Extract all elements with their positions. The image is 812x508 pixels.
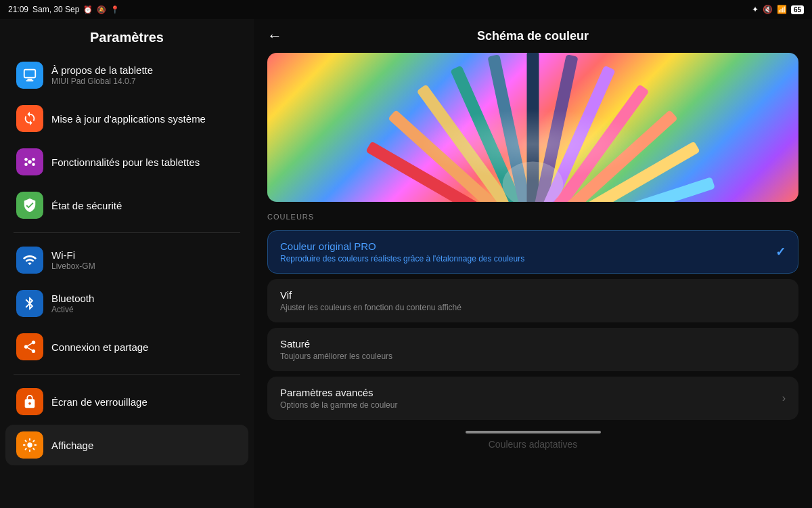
update-text: Mise à jour d'applications système [51, 113, 206, 125]
status-right: ✦ 🔇 📶 65 [752, 5, 804, 14]
svg-point-7 [32, 163, 35, 166]
wifi-text: Wi-Fi Livebox-GM [51, 249, 95, 271]
share-text: Connexion et partage [51, 341, 148, 353]
vif-desc: Ajuster les couleurs en fonction du cont… [280, 303, 461, 312]
original-pro-name: Couleur original PRO [280, 240, 524, 252]
svg-point-5 [32, 158, 35, 161]
about-icon [16, 62, 43, 89]
status-left: 21:09 Sam, 30 Sep ⏰ 🔕 📍 [8, 5, 120, 14]
features-text: Fonctionnalités pour les tablettes [51, 156, 200, 168]
vif-text: Vif Ajuster les couleurs en fonction du … [280, 289, 461, 312]
svg-point-3 [28, 160, 32, 164]
color-option-advanced[interactable]: Paramètres avancés Options de la gamme d… [267, 377, 798, 420]
advanced-text: Paramètres avancés Options de la gamme d… [280, 387, 397, 410]
update-icon [16, 105, 43, 132]
display-label: Affichage [51, 440, 93, 451]
svg-rect-0 [24, 70, 36, 78]
svg-point-4 [24, 158, 28, 161]
panel-header: ← Schéma de couleur [254, 19, 812, 53]
bluetooth-icon [16, 290, 43, 317]
notification-icon: 🔕 [97, 5, 106, 14]
security-label: État de sécurité [51, 200, 122, 211]
sature-desc: Toujours améliorer les couleurs [280, 352, 392, 361]
wifi-label: Wi-Fi [51, 249, 95, 261]
update-label: Mise à jour d'applications système [51, 113, 206, 125]
colors-section-label: COULEURS [254, 213, 812, 228]
battery-level: 65 [791, 5, 804, 14]
bluetooth-text: Bluetooth Activé [51, 293, 94, 314]
sature-text: Saturé Toujours améliorer les couleurs [280, 338, 392, 361]
vif-name: Vif [280, 289, 461, 301]
sidebar-item-update[interactable]: Mise à jour d'applications système [5, 98, 248, 139]
sidebar-item-share[interactable]: Connexion et partage [5, 326, 248, 367]
wifi-sub: Livebox-GM [51, 261, 95, 271]
back-button[interactable]: ← [267, 27, 282, 45]
lock-text: Écran de verrouillage [51, 396, 148, 408]
color-image [267, 53, 798, 202]
divider-2 [14, 374, 240, 375]
status-date: Sam, 30 Sep [32, 5, 79, 14]
svg-point-8 [27, 442, 32, 447]
about-label: À propos de la tablette [51, 64, 153, 76]
original-pro-text: Couleur original PRO Reproduire des coul… [280, 240, 524, 263]
security-text: État de sécurité [51, 200, 122, 211]
check-icon: ✓ [775, 245, 786, 259]
sidebar-item-security[interactable]: État de sécurité [5, 185, 248, 226]
lock-icon [16, 388, 43, 415]
wifi-icon: 📶 [777, 5, 787, 14]
divider-1 [14, 232, 240, 233]
panel-title: Schéma de couleur [477, 29, 589, 43]
sidebar-title: Paramètres [0, 19, 254, 54]
main-content: Paramètres À propos de la tablette MIUI … [0, 19, 812, 508]
sature-name: Saturé [280, 338, 392, 350]
pencils-svg [267, 53, 798, 202]
color-option-vif[interactable]: Vif Ajuster les couleurs en fonction du … [267, 279, 798, 322]
color-option-sature[interactable]: Saturé Toujours améliorer les couleurs [267, 328, 798, 371]
sidebar-item-wifi[interactable]: Wi-Fi Livebox-GM [5, 240, 248, 280]
features-icon [16, 148, 43, 175]
display-text: Affichage [51, 440, 93, 451]
right-panel: ← Schéma de couleur [254, 19, 812, 508]
advanced-name: Paramètres avancés [280, 387, 397, 398]
sidebar: Paramètres À propos de la tablette MIUI … [0, 19, 254, 508]
status-bar: 21:09 Sam, 30 Sep ⏰ 🔕 📍 ✦ 🔇 📶 65 [0, 0, 812, 19]
share-icon [16, 333, 43, 360]
sidebar-item-display[interactable]: Affichage [5, 425, 248, 465]
bottom-hint: Couleurs adaptatives [254, 433, 812, 455]
wifi-settings-icon [16, 247, 43, 274]
about-text: À propos de la tablette MIUI Pad Global … [51, 64, 153, 86]
lock-label: Écran de verrouillage [51, 396, 148, 408]
chevron-right-icon: › [782, 392, 786, 404]
display-icon [16, 431, 43, 459]
bluetooth-status-icon: ✦ [752, 5, 759, 14]
svg-rect-1 [27, 79, 32, 81]
color-option-original-pro[interactable]: Couleur original PRO Reproduire des coul… [267, 230, 798, 274]
bluetooth-label: Bluetooth [51, 293, 94, 304]
sidebar-item-about[interactable]: À propos de la tablette MIUI Pad Global … [5, 55, 248, 96]
sidebar-item-lock[interactable]: Écran de verrouillage [5, 381, 248, 422]
status-time: 21:09 [8, 5, 28, 14]
features-label: Fonctionnalités pour les tablettes [51, 156, 200, 168]
alarm-icon: ⏰ [83, 5, 93, 14]
svg-rect-2 [26, 80, 34, 81]
bluetooth-sub: Activé [51, 305, 94, 314]
sidebar-item-bluetooth[interactable]: Bluetooth Activé [5, 283, 248, 324]
mute-icon: 🔇 [763, 5, 773, 14]
share-label: Connexion et partage [51, 341, 148, 353]
svg-point-6 [24, 163, 28, 166]
security-icon [16, 192, 43, 219]
location-icon: 📍 [110, 5, 120, 14]
sidebar-item-features[interactable]: Fonctionnalités pour les tablettes [5, 142, 248, 182]
advanced-desc: Options de la gamme de couleur [280, 400, 397, 410]
about-sub: MIUI Pad Global 14.0.7 [51, 77, 153, 86]
original-pro-desc: Reproduire des couleurs réalistes grâce … [280, 254, 524, 263]
